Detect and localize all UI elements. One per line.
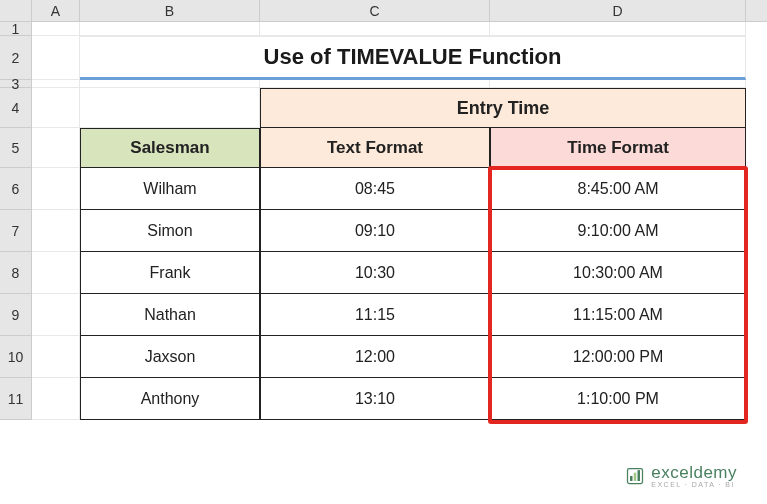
text-cell[interactable]: 10:30 (260, 252, 490, 294)
col-header-a[interactable]: A (32, 0, 80, 21)
salesman-cell[interactable]: Simon (80, 210, 260, 252)
cell-a7[interactable] (32, 210, 80, 252)
cell-c1[interactable] (260, 22, 490, 36)
text-cell[interactable]: 13:10 (260, 378, 490, 420)
cell-a8[interactable] (32, 252, 80, 294)
cell-area: Use of TIMEVALUE Function Entry Time Sal… (32, 22, 767, 504)
col-header-b[interactable]: B (80, 0, 260, 21)
cell-a10[interactable] (32, 336, 80, 378)
text-cell[interactable]: 11:15 (260, 294, 490, 336)
row-header-8[interactable]: 8 (0, 252, 32, 294)
svg-rect-1 (630, 476, 633, 481)
cell-a4[interactable] (32, 88, 80, 128)
cell-a5[interactable] (32, 128, 80, 168)
select-all-corner[interactable] (0, 0, 32, 21)
col-header-c[interactable]: C (260, 0, 490, 21)
cell-d3[interactable] (490, 80, 746, 88)
time-format-header[interactable]: Time Format (490, 128, 746, 168)
row-header-5[interactable]: 5 (0, 128, 32, 168)
spreadsheet-grid: A B C D 1 2 3 4 5 6 7 8 9 10 11 Use of T… (0, 0, 767, 504)
row-headers: 1 2 3 4 5 6 7 8 9 10 11 (0, 22, 32, 420)
time-cell[interactable]: 10:30:00 AM (490, 252, 746, 294)
watermark-subtext: EXCEL · DATA · BI (651, 481, 737, 488)
salesman-header[interactable]: Salesman (80, 128, 260, 168)
col-header-d[interactable]: D (490, 0, 746, 21)
text-cell[interactable]: 12:00 (260, 336, 490, 378)
cell-a2[interactable] (32, 36, 80, 80)
row-header-6[interactable]: 6 (0, 168, 32, 210)
text-cell[interactable]: 08:45 (260, 168, 490, 210)
row-header-9[interactable]: 9 (0, 294, 32, 336)
row-header-7[interactable]: 7 (0, 210, 32, 252)
cell-a6[interactable] (32, 168, 80, 210)
row-header-2[interactable]: 2 (0, 36, 32, 80)
svg-rect-2 (634, 473, 637, 481)
entry-time-header[interactable]: Entry Time (260, 88, 746, 128)
row-header-3[interactable]: 3 (0, 80, 32, 88)
page-title[interactable]: Use of TIMEVALUE Function (80, 36, 746, 80)
cell-d1[interactable] (490, 22, 746, 36)
row-header-1[interactable]: 1 (0, 22, 32, 36)
cell-a9[interactable] (32, 294, 80, 336)
column-headers: A B C D (0, 0, 767, 22)
svg-rect-3 (638, 470, 641, 481)
text-cell[interactable]: 09:10 (260, 210, 490, 252)
salesman-cell[interactable]: Jaxson (80, 336, 260, 378)
cell-c3[interactable] (260, 80, 490, 88)
cell-b1[interactable] (80, 22, 260, 36)
cell-a3[interactable] (32, 80, 80, 88)
salesman-cell[interactable]: Wilham (80, 168, 260, 210)
text-format-header[interactable]: Text Format (260, 128, 490, 168)
time-cell[interactable]: 9:10:00 AM (490, 210, 746, 252)
watermark-text: exceldemy (651, 464, 737, 481)
row-header-10[interactable]: 10 (0, 336, 32, 378)
time-cell[interactable]: 8:45:00 AM (490, 168, 746, 210)
salesman-cell[interactable]: Nathan (80, 294, 260, 336)
cell-b3[interactable] (80, 80, 260, 88)
watermark: exceldemy EXCEL · DATA · BI (625, 464, 737, 488)
time-cell[interactable]: 12:00:00 PM (490, 336, 746, 378)
time-cell[interactable]: 11:15:00 AM (490, 294, 746, 336)
exceldemy-logo-icon (625, 466, 645, 486)
salesman-cell[interactable]: Frank (80, 252, 260, 294)
cell-a11[interactable] (32, 378, 80, 420)
cell-a1[interactable] (32, 22, 80, 36)
salesman-cell[interactable]: Anthony (80, 378, 260, 420)
row-header-4[interactable]: 4 (0, 88, 32, 128)
cell-b4[interactable] (80, 88, 260, 128)
row-header-11[interactable]: 11 (0, 378, 32, 420)
time-cell[interactable]: 1:10:00 PM (490, 378, 746, 420)
